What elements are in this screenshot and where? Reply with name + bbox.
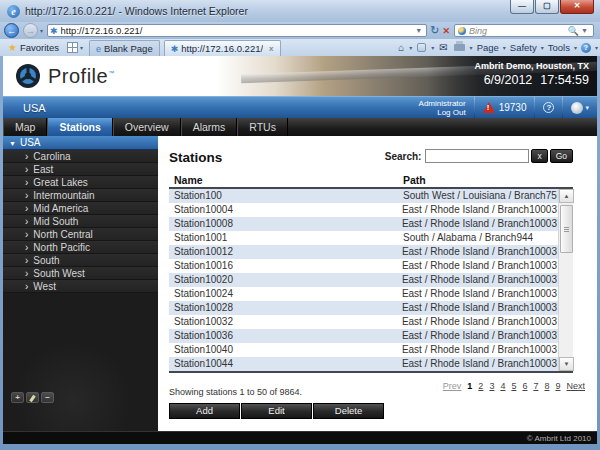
tree-item-east[interactable]: ›East	[3, 163, 158, 176]
tab-overview[interactable]: Overview	[113, 118, 181, 136]
search-input[interactable]	[425, 149, 529, 163]
pagination-page-4[interactable]: 4	[500, 381, 505, 391]
add-button[interactable]: Add	[169, 403, 240, 419]
table-scrollbar[interactable]: ▲ ▼	[558, 189, 573, 371]
pagination-page-8[interactable]: 8	[544, 381, 549, 391]
url-field[interactable]: ✱ http://172.16.0.221/ ▼	[47, 24, 427, 37]
search-magnifier-icon[interactable]: 🔍	[568, 26, 579, 36]
tree-item-west[interactable]: ›West	[3, 280, 158, 293]
browser-tab-2[interactable]: ✱http://172.16.0.221/x	[164, 40, 281, 56]
search-clear-button[interactable]: x	[531, 149, 547, 163]
table-row[interactable]: Station10016East / Rhode Island / Branch…	[169, 259, 573, 273]
pagination-page-3[interactable]: 3	[489, 381, 494, 391]
bing-search-placeholder[interactable]: Bing	[469, 26, 568, 36]
history-dropdown-icon[interactable]: ▾	[40, 27, 43, 34]
print-caret-icon[interactable]: ▾	[470, 44, 473, 51]
table-row[interactable]: Station10028East / Rhode Island / Branch…	[169, 301, 573, 315]
maximize-button[interactable]: ▢	[535, 0, 559, 14]
tree-item-mid-america[interactable]: ›Mid America	[3, 202, 158, 215]
app-help-icon[interactable]: ?	[543, 102, 554, 113]
table-row[interactable]: Station10012East / Rhode Island / Branch…	[169, 245, 573, 259]
pagination-prev[interactable]: Prev	[443, 381, 462, 391]
help-caret-icon[interactable]: ▾	[595, 44, 598, 51]
tree-item-north-central[interactable]: ›North Central	[3, 228, 158, 241]
favorites-label[interactable]: Favorites	[20, 42, 59, 53]
rss-feed-icon[interactable]	[417, 43, 426, 52]
edit-button[interactable]: Edit	[241, 403, 312, 419]
tab-map[interactable]: Map	[3, 118, 47, 136]
search-go-button[interactable]: Go	[550, 149, 573, 163]
tree-item-south-west[interactable]: ›South West	[3, 267, 158, 280]
tree-item-mid-south[interactable]: ›Mid South	[3, 215, 158, 228]
tab-alarms[interactable]: Alarms	[181, 118, 238, 136]
tree-item-intermountain[interactable]: ›Intermountain	[3, 189, 158, 202]
favorites-star-icon[interactable]: ★	[8, 42, 17, 53]
scroll-up-icon[interactable]: ▲	[559, 189, 574, 203]
scrollbar-thumb[interactable]	[560, 205, 573, 253]
tree-root-usa[interactable]: ▼USA	[3, 136, 158, 150]
logout-link[interactable]: Log Out	[419, 108, 466, 117]
breadcrumb[interactable]: USA	[23, 102, 46, 114]
user-menu-caret-icon[interactable]: ▾	[585, 104, 589, 112]
forward-button[interactable]: →	[23, 23, 38, 38]
browser-tab-1[interactable]: eBlank Page	[89, 40, 160, 56]
bing-search-box[interactable]: Bing 🔍 ▼	[454, 24, 594, 37]
table-row[interactable]: Station10044East / Rhode Island / Branch…	[169, 357, 573, 371]
print-icon[interactable]	[454, 44, 465, 51]
column-header-name[interactable]: Name	[169, 173, 403, 187]
safety-menu[interactable]: Safety	[510, 42, 537, 53]
user-avatar[interactable]	[571, 102, 583, 114]
pagination-page-5[interactable]: 5	[511, 381, 516, 391]
help-icon[interactable]: ?	[581, 43, 591, 53]
delete-button[interactable]: Delete	[313, 403, 384, 419]
search-dropdown-icon[interactable]: ▼	[579, 27, 590, 34]
refresh-icon[interactable]: ↻	[430, 24, 439, 37]
table-row[interactable]: Station10024East / Rhode Island / Branch…	[169, 287, 573, 301]
pagination-page-2[interactable]: 2	[478, 381, 483, 391]
table-row[interactable]: Station100South West / Louisiana / Branc…	[169, 189, 573, 203]
page-menu[interactable]: Page	[477, 42, 499, 53]
chevron-right-icon: ›	[25, 268, 28, 279]
home-caret-icon[interactable]: ▾	[409, 44, 412, 51]
table-row[interactable]: Station10032East / Rhode Island / Branch…	[169, 315, 573, 329]
quick-tabs-icon[interactable]	[67, 42, 78, 53]
tab-close-icon[interactable]: x	[269, 44, 273, 53]
close-button[interactable]: ✕	[560, 0, 594, 14]
table-row[interactable]: Station10008East / Rhode Island / Branch…	[169, 217, 573, 231]
home-icon[interactable]: ⌂	[398, 42, 404, 53]
url-text[interactable]: http://172.16.0.221/	[61, 25, 414, 36]
pagination-next[interactable]: Next	[566, 381, 585, 391]
page-caret-icon[interactable]: ▾	[503, 44, 506, 51]
table-row[interactable]: Station10036East / Rhode Island / Branch…	[169, 329, 573, 343]
back-button[interactable]: ←	[4, 23, 19, 38]
column-header-path[interactable]: Path	[403, 173, 573, 187]
url-dropdown-icon[interactable]: ▼	[413, 27, 424, 34]
tree-remove-button[interactable]: −	[41, 392, 54, 403]
table-row[interactable]: Station10020East / Rhode Island / Branch…	[169, 273, 573, 287]
tree-item-north-pacific[interactable]: ›North Pacific	[3, 241, 158, 254]
tools-caret-icon[interactable]: ▾	[574, 44, 577, 51]
table-row[interactable]: Station10004East / Rhode Island / Branch…	[169, 203, 573, 217]
pagination-page-7[interactable]: 7	[533, 381, 538, 391]
rss-caret-icon[interactable]: ▾	[431, 44, 434, 51]
tools-menu[interactable]: Tools	[548, 42, 570, 53]
tree-item-great-lakes[interactable]: ›Great Lakes	[3, 176, 158, 189]
table-row[interactable]: Station1001South / Alabama / Branch944	[169, 231, 573, 245]
pagination-page-1[interactable]: 1	[467, 381, 472, 391]
tree-item-south[interactable]: ›South	[3, 254, 158, 267]
minimize-button[interactable]: —	[510, 0, 534, 14]
tree-edit-button[interactable]	[26, 392, 39, 403]
tab-stations[interactable]: Stations	[47, 118, 112, 136]
table-row[interactable]: Station10040East / Rhode Island / Branch…	[169, 343, 573, 357]
tree-add-button[interactable]: +	[11, 392, 24, 403]
pagination-page-6[interactable]: 6	[522, 381, 527, 391]
tab-rtus[interactable]: RTUs	[237, 118, 288, 136]
pagination-page-9[interactable]: 9	[555, 381, 560, 391]
scroll-down-icon[interactable]: ▼	[559, 357, 574, 371]
alarm-indicator[interactable]: 19730	[475, 102, 535, 113]
mail-icon[interactable]: ✉	[439, 42, 447, 53]
safety-caret-icon[interactable]: ▾	[541, 44, 544, 51]
tree-item-carolina[interactable]: ›Carolina	[3, 150, 158, 163]
quick-tabs-caret-icon[interactable]: ▾	[80, 44, 83, 51]
stop-icon[interactable]: ✕	[442, 26, 450, 36]
